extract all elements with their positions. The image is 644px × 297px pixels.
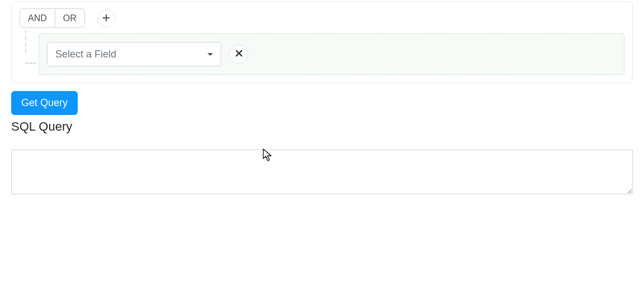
group-header: AND OR (20, 8, 624, 28)
logic-operator-group: AND OR (20, 8, 85, 28)
tree-connector-vertical (25, 30, 26, 52)
caret-down-icon (207, 53, 213, 56)
get-query-button[interactable]: Get Query (11, 91, 78, 115)
query-builder-panel: AND OR Select a Field (11, 1, 633, 83)
remove-rule-button[interactable] (229, 45, 248, 64)
plus-icon (102, 13, 111, 24)
close-icon (235, 49, 243, 59)
and-button[interactable]: AND (20, 8, 55, 28)
rules-area: Select a Field (20, 33, 624, 75)
field-select-dropdown[interactable]: Select a Field (47, 42, 221, 66)
or-button[interactable]: OR (55, 8, 85, 28)
rule-row: Select a Field (39, 33, 624, 75)
field-select-placeholder: Select a Field (55, 49, 116, 60)
tree-connector-horizontal (25, 63, 36, 64)
add-rule-button[interactable] (97, 9, 115, 27)
sql-output-textarea[interactable] (11, 150, 633, 194)
sql-query-title: SQL Query (11, 119, 633, 134)
